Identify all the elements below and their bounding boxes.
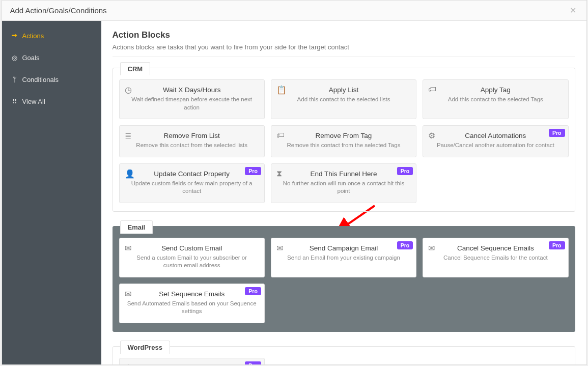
card-wait-x-days-hours[interactable]: ◷Wait X Days/HoursWait defined timespan …	[119, 79, 265, 119]
card-desc: Update custom fields or few main propert…	[127, 180, 257, 195]
card-desc: Add this contact to the selected lists	[278, 96, 409, 104]
card-remove-from-list[interactable]: ≣Remove From ListRemove this contact fro…	[119, 125, 265, 157]
card-apply-tag[interactable]: 🏷Apply TagAdd this contact to the select…	[423, 79, 568, 119]
card-create-wordpress-user[interactable]: ⓦProCreate WordPress UserCreate WP User …	[119, 358, 265, 364]
branch-icon: ᛘ	[11, 76, 18, 83]
card-title: Set Sequence Emails	[127, 290, 257, 298]
card-desc: Wait defined timespan before execute the…	[127, 96, 257, 111]
card-send-campaign-email[interactable]: ✉ProSend Campaign EmailSend an Email fro…	[271, 238, 416, 277]
tag-minus-icon: 🏷	[276, 131, 286, 140]
sidebar-item-conditionals[interactable]: ᛘConditionals	[2, 69, 101, 91]
card-title: Remove From Tag	[278, 132, 409, 139]
group-label: CRM	[120, 62, 151, 75]
card-title: Send Campaign Email	[278, 244, 409, 252]
group-label: Email	[120, 220, 153, 234]
mail-edit-icon: ✉	[125, 243, 134, 252]
group-label: WordPress	[120, 341, 170, 354]
page-subtitle: Actions blocks are tasks that you want t…	[113, 43, 575, 51]
card-update-contact-property[interactable]: 👤ProUpdate Contact PropertyUpdate custom…	[119, 163, 265, 203]
card-title: Update Contact Property	[127, 170, 257, 178]
sidebar-item-label: Actions	[22, 32, 44, 40]
card-send-custom-email[interactable]: ✉Send Custom EmailSend a custom Email to…	[119, 238, 265, 277]
group-email: Email✉Send Custom EmailSend a custom Ema…	[113, 226, 575, 332]
clipboard-icon: 📋	[276, 85, 286, 94]
card-end-this-funnel-here[interactable]: ⧗ProEnd This Funnel HereNo further actio…	[271, 163, 416, 203]
sidebar-item-goals[interactable]: ◎Goals	[2, 47, 101, 69]
groups-container: CRM◷Wait X Days/HoursWait defined timesp…	[113, 68, 575, 364]
sidebar: ⮕Actions◎GoalsᛘConditionals⠿View All	[2, 21, 101, 364]
card-set-sequence-emails[interactable]: ✉ProSet Sequence EmailsSend Automated Em…	[119, 284, 265, 323]
card-title: Apply List	[278, 86, 409, 94]
funnel-end-icon: ⧗	[276, 169, 286, 178]
pro-badge: Pro	[397, 241, 413, 249]
close-icon[interactable]: ✕	[568, 6, 578, 15]
user-edit-icon: 👤	[125, 169, 134, 178]
wordpress-icon: ⓦ	[125, 363, 134, 364]
group-crm: CRM◷Wait X Days/HoursWait defined timesp…	[113, 68, 575, 212]
sidebar-item-label: Goals	[22, 54, 40, 62]
card-desc: Send Automated Emails based on your Sequ…	[127, 300, 257, 316]
automation-cancel-icon: ⚙	[428, 131, 437, 140]
sidebar-item-view-all[interactable]: ⠿View All	[2, 91, 101, 112]
cards-grid: ✉Send Custom EmailSend a custom Email to…	[119, 238, 569, 323]
card-cancel-automations[interactable]: ⚙ProCancel AutomationsPause/Cancel anoth…	[423, 125, 568, 157]
sidebar-item-label: Conditionals	[22, 76, 59, 83]
arrow-in-icon: ⮕	[11, 33, 18, 40]
card-title: Cancel Automations	[430, 132, 561, 139]
tag-plus-icon: 🏷	[428, 85, 437, 94]
card-desc: Cancel Sequence Emails for the contact	[430, 254, 561, 262]
sidebar-item-label: View All	[22, 98, 45, 105]
page-title: Action Blocks	[113, 30, 575, 40]
titlebar: Add Action/Goals/Conditions ✕	[2, 1, 586, 21]
card-title: Apply Tag	[430, 86, 561, 94]
card-title: Remove From List	[127, 132, 257, 139]
cards-grid: ⓦProCreate WordPress UserCreate WP User …	[119, 358, 569, 364]
cards-grid: ◷Wait X Days/HoursWait defined timespan …	[119, 79, 569, 203]
card-apply-list[interactable]: 📋Apply ListAdd this contact to the selec…	[271, 79, 416, 119]
pro-badge: Pro	[245, 167, 261, 175]
mail-edit-icon: ✉	[428, 243, 437, 252]
card-desc: Send a custom Email to your subscriber o…	[127, 254, 257, 270]
main-panel: Action Blocks Actions blocks are tasks t…	[101, 21, 586, 364]
card-desc: Add this contact to the selected Tags	[430, 96, 561, 104]
clock-icon: ◷	[125, 85, 134, 94]
list-remove-icon: ≣	[125, 131, 134, 140]
card-desc: Send an Email from your existing campaig…	[278, 254, 409, 262]
card-title: Send Custom Email	[127, 244, 257, 252]
pro-badge: Pro	[245, 361, 261, 364]
card-desc: No further action will run once a contac…	[278, 180, 409, 195]
grid-icon: ⠿	[11, 98, 18, 105]
pro-badge: Pro	[549, 129, 565, 137]
card-cancel-sequence-emails[interactable]: ✉ProCancel Sequence EmailsCancel Sequenc…	[423, 238, 568, 277]
modal-add-action: Add Action/Goals/Conditions ✕ ⮕Actions◎G…	[2, 0, 587, 365]
pro-badge: Pro	[549, 241, 565, 249]
modal-body: ⮕Actions◎GoalsᛘConditionals⠿View All Act…	[2, 21, 586, 364]
divider	[113, 56, 575, 57]
target-icon: ◎	[11, 54, 18, 62]
card-title: End This Funnel Here	[278, 170, 409, 178]
mail-edit-icon: ✉	[276, 243, 286, 252]
card-desc: Pause/Cancel another automation for cont…	[430, 142, 561, 150]
mail-edit-icon: ✉	[125, 289, 134, 298]
card-desc: Remove this contact from the selected li…	[127, 142, 257, 150]
group-wordpress: WordPressⓦProCreate WordPress UserCreate…	[113, 346, 575, 364]
card-title: Wait X Days/Hours	[127, 86, 257, 94]
sidebar-item-actions[interactable]: ⮕Actions	[2, 25, 101, 47]
card-remove-from-tag[interactable]: 🏷Remove From TagRemove this contact from…	[271, 125, 416, 157]
pro-badge: Pro	[397, 167, 413, 175]
modal-title: Add Action/Goals/Conditions	[10, 6, 107, 15]
card-title: Cancel Sequence Emails	[430, 244, 561, 252]
pro-badge: Pro	[245, 287, 261, 295]
card-desc: Remove this contact from the selected Ta…	[278, 142, 409, 150]
